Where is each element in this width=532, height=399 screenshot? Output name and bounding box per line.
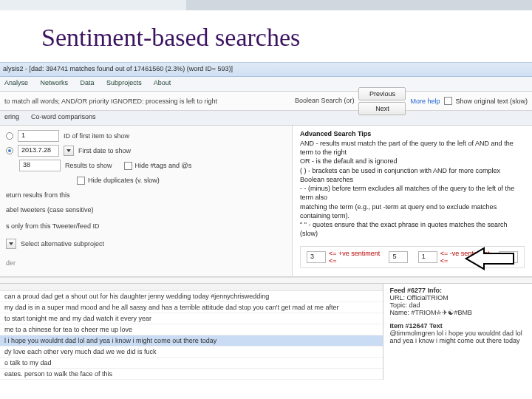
results-count-input[interactable]: 38: [19, 160, 61, 171]
hide-dups-checkbox[interactable]: Hide duplicates (v. slow): [77, 177, 160, 185]
main-panel: 1 ID of first item to show 2013.7.28 Fir…: [0, 126, 532, 277]
slide-top-accent: [0, 0, 532, 10]
feed-info-pane: Feed #6277 Info: URL: OfficialTRIOM Topi…: [383, 284, 532, 380]
first-date-label: First date to show: [78, 147, 131, 154]
tab-filtering[interactable]: ering: [4, 113, 19, 123]
result-row[interactable]: to start tonight me and my dad watch it …: [0, 313, 383, 324]
tab-strip: ering Co-word comparisons: [0, 111, 532, 126]
result-row[interactable]: my dad is in a super mad mood and he all…: [0, 302, 383, 313]
item-text-header: Item #12647 Text: [389, 322, 526, 330]
return-from-label: eturn results from this: [6, 191, 70, 199]
menu-about[interactable]: About: [154, 79, 171, 86]
neg-sentiment-low-input[interactable]: 1: [418, 251, 437, 263]
menu-data[interactable]: Data: [81, 79, 95, 86]
pos-sentiment-label: <= +ve sentiment <=: [329, 250, 386, 265]
menu-bar: Analyse Networks Data Subprojects About: [0, 77, 532, 92]
result-row[interactable]: me to a chinese for tea to cheer me up l…: [0, 324, 383, 335]
toolbar-hint: to match all words; AND/OR priority IGNO…: [4, 98, 217, 105]
id-first-label: ID of first item to show: [64, 132, 129, 140]
toolbar: to match all words; AND/OR priority IGNO…: [0, 92, 532, 111]
feed-info-header: Feed #6277 Info:: [389, 287, 526, 294]
result-row[interactable]: eates. person to walk the face of this: [0, 369, 383, 380]
tab-coword[interactable]: Co-word comparisons: [31, 113, 96, 123]
result-row-selected[interactable]: l i hope you wouldnt dad lol and yea i k…: [0, 335, 383, 347]
menu-subprojects[interactable]: Subprojects: [106, 79, 142, 86]
svg-marker-0: [466, 248, 514, 269]
tip-line: AND - results must match the part of the…: [300, 140, 525, 157]
subproject-label: Select alternative subproject: [21, 240, 104, 248]
show-original-checkbox[interactable]: Show original text (slow): [444, 97, 528, 105]
feed-name-key: Name:: [389, 309, 409, 316]
results-list[interactable]: can a proud dad get a shout out for his …: [0, 284, 383, 380]
options-pane: 1 ID of first item to show 2013.7.28 Fir…: [0, 126, 293, 276]
window-titlebar: alysis2 - [dad: 394741 matches found out…: [0, 62, 532, 77]
tab-footer-text: der: [6, 259, 16, 267]
previous-button[interactable]: Previous: [358, 87, 406, 100]
radio-first-date[interactable]: [6, 147, 13, 154]
show-original-label: Show original text (slow): [455, 98, 528, 105]
callout-arrow-icon: [465, 245, 516, 273]
tips-title: Advanced Search Tips: [300, 130, 525, 137]
tip-line: OR - is the default and is ignored: [300, 157, 525, 166]
results-count-label: Results to show: [65, 162, 112, 169]
first-date-input[interactable]: 2013.7.28: [18, 145, 59, 157]
result-row[interactable]: can a proud dad get a shout out for his …: [0, 291, 383, 302]
feed-topic-value: dad: [409, 301, 420, 309]
pos-sentiment-low-input[interactable]: 3: [307, 251, 326, 263]
next-button[interactable]: Next: [358, 102, 406, 115]
radio-id-first[interactable]: [6, 132, 13, 140]
results-area: can a proud dad get a shout out for his …: [0, 283, 532, 380]
case-sensitive-label: abel tweeters (case sensitive): [6, 206, 94, 214]
sentiment-row: 3 <= +ve sentiment <= 5 1 <= -ve sentime…: [300, 246, 525, 268]
hide-tags-checkbox[interactable]: Hide #tags and @s: [124, 162, 192, 170]
results-header: [0, 284, 383, 291]
result-row[interactable]: o talk to my dad: [0, 358, 383, 369]
tip-line: ( ) - brackets can be used in conjunctio…: [300, 167, 525, 184]
feed-url-value: OfficialTRIOM: [406, 294, 448, 301]
tip-line: - - (minus) before term excludes all mat…: [300, 185, 525, 202]
tip-line: " " - quotes ensure that the exact phras…: [300, 221, 525, 238]
subproject-dropdown[interactable]: [6, 239, 16, 249]
feed-topic-key: Topic:: [389, 301, 407, 309]
checkbox-icon: [77, 177, 85, 185]
menu-analyse[interactable]: Analyse: [4, 79, 28, 86]
feed-name-value: #TRIOM✮✈☯#BMB: [411, 309, 472, 316]
item-text-value: @timmolmgren lol i hope you wouldnt dad …: [389, 330, 526, 344]
boolean-search-label: Boolean Search (or): [295, 98, 355, 104]
only-from-label: s only from this Tweeter/feed ID: [6, 222, 99, 230]
date-dropdown[interactable]: [64, 146, 74, 156]
checkbox-icon: [124, 162, 132, 170]
hide-dups-label: Hide duplicates (v. slow): [88, 177, 160, 184]
more-help-link[interactable]: More help: [410, 98, 440, 105]
tip-line: matching the term (e.g., put -term at qu…: [300, 203, 525, 220]
pos-sentiment-high-input[interactable]: 5: [389, 251, 408, 263]
tips-pane: Advanced Search Tips AND - results must …: [293, 126, 532, 276]
hide-tags-label: Hide #tags and @s: [135, 162, 192, 169]
slide-title: Sentiment-based searches: [0, 10, 532, 62]
checkbox-icon: [444, 97, 452, 105]
feed-url-key: URL:: [389, 294, 405, 301]
id-first-input[interactable]: 1: [18, 130, 59, 142]
separator: [0, 277, 532, 283]
menu-networks[interactable]: Networks: [41, 79, 69, 86]
result-row[interactable]: dy love each other very much dad we we d…: [0, 347, 383, 358]
